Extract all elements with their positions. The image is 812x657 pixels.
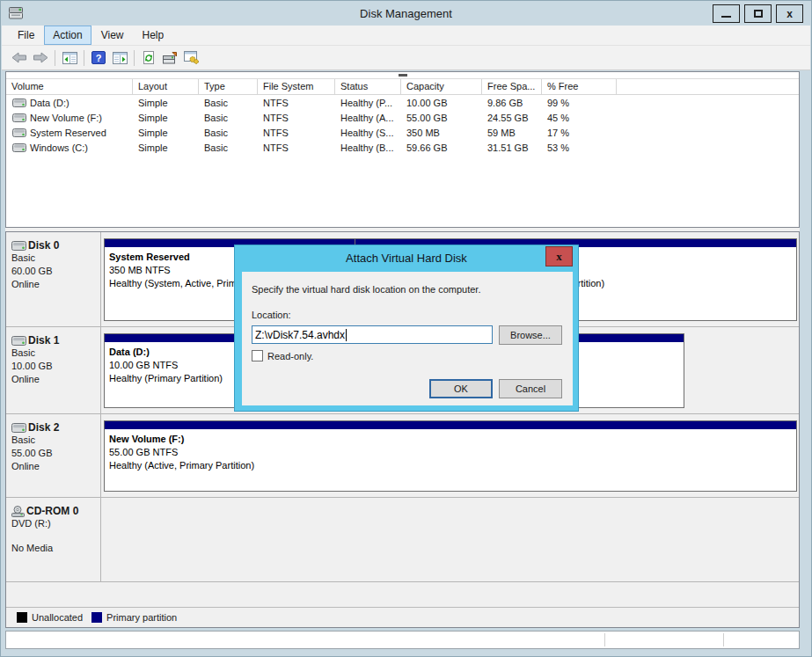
cancel-button[interactable]: Cancel	[499, 379, 562, 398]
disk-icon	[11, 241, 26, 251]
column-header-pct-free[interactable]: % Free	[542, 79, 617, 94]
maximize-button[interactable]	[744, 4, 772, 23]
disk1-label[interactable]: Disk 1 Basic 10.00 GB Online	[6, 327, 101, 413]
dialog-title-bar[interactable]: Attach Virtual Hard Disk x	[235, 245, 578, 272]
menu-action[interactable]: Action	[44, 26, 91, 45]
disk-properties-button[interactable]	[159, 47, 180, 69]
settings-button[interactable]	[180, 47, 201, 69]
help-icon: ?	[91, 51, 106, 64]
disk-row-cdrom0: CD-ROM 0 DVD (R:) No Media	[6, 498, 799, 582]
title-bar[interactable]: Disk Management x	[1, 1, 811, 26]
disk-icon	[11, 423, 26, 433]
ok-button[interactable]: OK	[429, 379, 493, 398]
disk-row-disk2: Disk 2 Basic 55.00 GB Online New Volume …	[6, 414, 799, 498]
legend-item-primary-partition: Primary partition	[91, 612, 177, 623]
table-row[interactable]: System Reserved Simple Basic NTFS Health…	[6, 125, 799, 140]
back-button[interactable]	[9, 47, 30, 69]
cdrom-empty-area	[101, 498, 799, 581]
attach-vhd-dialog: Attach Virtual Hard Disk x Specify the v…	[234, 245, 579, 412]
text-caret	[346, 329, 347, 341]
volume-icon	[12, 113, 26, 122]
maximize-icon	[754, 10, 763, 18]
disk2-label[interactable]: Disk 2 Basic 55.00 GB Online	[6, 414, 101, 497]
menu-bar: File Action View Help	[2, 26, 810, 46]
column-header-capacity[interactable]: Capacity	[401, 79, 482, 94]
window-title: Disk Management	[1, 7, 811, 20]
menu-file[interactable]: File	[9, 26, 43, 45]
minimize-icon	[721, 16, 731, 18]
splitter-grip[interactable]	[399, 74, 407, 77]
volume-icon	[12, 143, 26, 152]
refresh-button[interactable]	[138, 47, 159, 69]
column-header-file-system[interactable]: File System	[258, 79, 335, 94]
volume-table-header: Volume Layout Type File System Status Ca…	[6, 78, 799, 95]
close-icon: x	[556, 251, 562, 262]
show-console-tree-button[interactable]	[59, 47, 80, 69]
location-value: Z:\vDisk7.54.avhdx	[255, 329, 345, 341]
disk-icon	[11, 336, 26, 346]
volume-list-pane: Volume Layout Type File System Status Ca…	[5, 71, 800, 228]
toolbar: ?	[2, 46, 810, 70]
dialog-title: Attach Virtual Hard Disk	[235, 245, 578, 271]
forward-icon	[33, 52, 48, 63]
disk-properties-icon	[163, 52, 177, 64]
volume-icon	[12, 99, 26, 107]
readonly-label: Read-only.	[267, 351, 313, 361]
browse-button[interactable]: Browse...	[499, 325, 562, 345]
table-row[interactable]: Windows (C:) Simple Basic NTFS Healthy (…	[6, 140, 799, 155]
cdrom0-label[interactable]: CD-ROM 0 DVD (R:) No Media	[6, 498, 101, 581]
location-label: Location:	[252, 310, 291, 320]
column-header-volume[interactable]: Volume	[6, 79, 133, 94]
status-bar	[5, 631, 800, 649]
settings-icon	[184, 51, 199, 64]
legend-item-unallocated: Unallocated	[17, 612, 83, 623]
refresh-icon	[143, 51, 155, 64]
table-row[interactable]: New Volume (F:) Simple Basic NTFS Health…	[6, 110, 799, 125]
legend-bar: Unallocated Primary partition	[6, 607, 799, 627]
table-row[interactable]: Data (D:) Simple Basic NTFS Healthy (P..…	[6, 95, 799, 110]
toolbar-separator	[84, 50, 84, 66]
show-action-pane-icon	[113, 52, 128, 64]
svg-text:?: ?	[96, 53, 102, 63]
disk0-label[interactable]: Disk 0 Basic 60.00 GB Online	[6, 232, 101, 326]
column-header-layout[interactable]: Layout	[133, 79, 199, 94]
back-icon	[11, 52, 27, 63]
partition-color-bar	[105, 421, 796, 430]
close-button[interactable]: x	[776, 4, 803, 23]
dialog-body: Specify the virtual hard disk location o…	[242, 272, 573, 405]
show-console-tree-icon	[62, 52, 77, 64]
column-header-type[interactable]: Type	[199, 79, 258, 94]
cdrom-icon	[11, 506, 25, 517]
menu-help[interactable]: Help	[134, 26, 173, 45]
toolbar-separator	[55, 50, 55, 66]
toolbar-separator	[134, 50, 135, 66]
volume-icon	[12, 128, 26, 137]
forward-button[interactable]	[30, 47, 51, 69]
unallocated-swatch	[17, 612, 27, 623]
disk-management-window: Disk Management x File Action View Help	[0, 0, 812, 657]
partition-new-volume-f[interactable]: New Volume (F:) 55.00 GB NTFS Healthy (A…	[104, 420, 797, 492]
dialog-close-button[interactable]: x	[545, 246, 573, 266]
show-action-pane-button[interactable]	[109, 47, 130, 69]
primary-partition-swatch	[91, 612, 102, 623]
column-header-free-space[interactable]: Free Spa...	[482, 79, 542, 94]
readonly-checkbox[interactable]	[252, 350, 263, 361]
dialog-message: Specify the virtual hard disk location o…	[252, 284, 480, 295]
location-input[interactable]: Z:\vDisk7.54.avhdx	[252, 325, 493, 344]
menu-view[interactable]: View	[92, 26, 133, 45]
help-button[interactable]: ?	[88, 47, 109, 69]
column-header-status[interactable]: Status	[335, 79, 401, 94]
minimize-button[interactable]	[713, 4, 740, 23]
close-icon: x	[786, 9, 793, 19]
